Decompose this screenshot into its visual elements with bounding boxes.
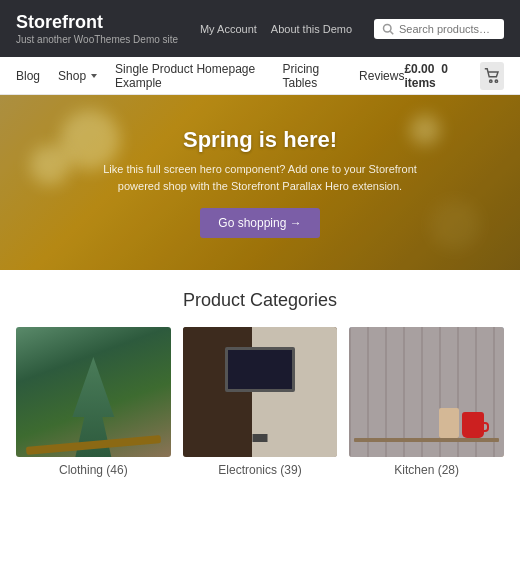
category-card-kitchen[interactable]: Kitchen (28) [349,327,504,477]
my-account-link[interactable]: My Account [200,23,257,35]
site-tagline: Just another WooThemes Demo site [16,34,178,45]
svg-point-2 [490,80,492,82]
nav-shop-label: Shop [58,69,86,83]
about-demo-link[interactable]: About this Demo [271,23,352,35]
categories-grid: Clothing (46) Electronics (39) [16,327,504,477]
mug-decoration [462,412,484,438]
main-navbar: Blog Shop Single Product Homepage Exampl… [0,57,520,95]
nav-shop[interactable]: Shop [58,69,97,83]
hero-cta-button[interactable]: Go shopping → [200,208,319,238]
category-card-electronics[interactable]: Electronics (39) [183,327,338,477]
nav-single-product[interactable]: Single Product Homepage Example [115,62,264,90]
nav-reviews[interactable]: Reviews [359,69,404,83]
search-box [374,19,504,39]
tv-screen [225,347,295,392]
site-header: Storefront Just another WooThemes Demo s… [0,0,520,57]
cutting-board [439,408,459,438]
navbar-cart: £0.00 0 items [404,62,504,90]
hero-subtitle: Like this full screen hero component? Ad… [95,161,425,194]
navbar-links: Blog Shop Single Product Homepage Exampl… [16,62,404,90]
search-icon [382,23,394,35]
kitchen-shelf [354,438,499,442]
hero-content: Spring is here! Like this full screen he… [65,127,455,238]
categories-section: Product Categories Clothing (46) Electro… [0,270,520,493]
svg-point-3 [495,80,497,82]
svg-line-1 [390,31,393,34]
category-image-kitchen [349,327,504,457]
cart-button[interactable] [480,62,504,90]
category-card-clothing[interactable]: Clothing (46) [16,327,171,477]
tv-stand [252,434,267,442]
header-nav: My Account About this Demo [200,23,352,35]
search-input[interactable] [399,23,496,35]
tv-wall [183,327,338,457]
nav-blog[interactable]: Blog [16,69,40,83]
categories-title: Product Categories [16,290,504,311]
cart-icon [484,68,500,84]
hero-title: Spring is here! [95,127,425,153]
category-label-clothing: Clothing (46) [16,463,171,477]
site-brand: Storefront Just another WooThemes Demo s… [16,12,178,45]
nav-pricing-tables[interactable]: Pricing Tables [283,62,342,90]
category-image-electronics [183,327,338,457]
category-label-kitchen: Kitchen (28) [349,463,504,477]
cart-total: £0.00 0 items [404,62,471,90]
site-title: Storefront [16,12,178,33]
hero-section: Spring is here! Like this full screen he… [0,95,520,270]
mug-handle [482,422,489,432]
svg-point-0 [383,24,391,32]
shop-dropdown-icon [91,74,97,78]
category-label-electronics: Electronics (39) [183,463,338,477]
category-image-clothing [16,327,171,457]
